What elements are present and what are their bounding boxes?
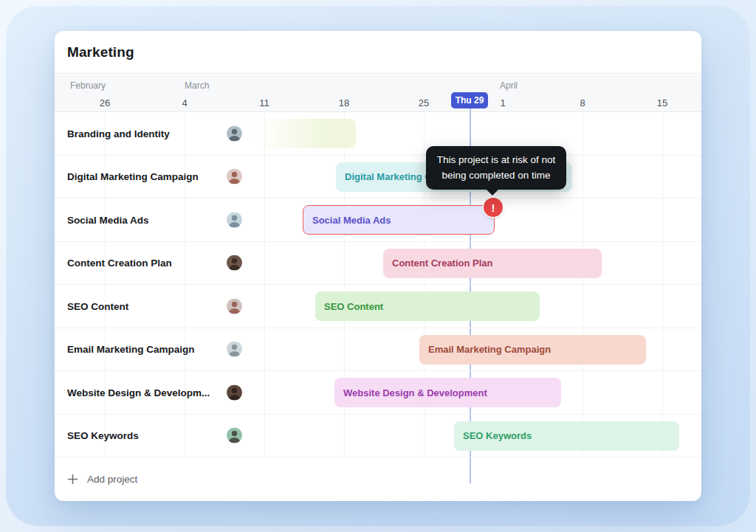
title-bar: Marketing [55,31,701,74]
month-label-march: March [185,80,209,91]
table-row[interactable]: Content Creation Plan Content Creation P… [55,242,701,286]
date-tick: 25 [419,97,429,108]
month-label-april: April [500,80,518,91]
add-project-label: Add project [87,474,137,485]
avatar [227,212,242,227]
table-row[interactable]: Social Media Ads Social Media Ads [55,198,701,242]
project-name[interactable]: SEO Content [67,300,128,311]
plus-icon [67,474,78,485]
add-project-button[interactable]: Add project [67,474,137,485]
table-row[interactable]: SEO Content SEO Content [55,285,701,328]
gantt-bar[interactable]: Email Marketing Campaign [419,335,646,365]
gantt-bar[interactable] [255,119,356,148]
project-board-window: Marketing February March April 26 4 11 1… [55,31,701,501]
gantt-bar[interactable]: Website Design & Development [334,378,561,407]
project-name[interactable]: Branding and Identity [67,128,170,139]
date-tick: 15 [657,97,667,108]
risk-tooltip: This project is at risk of not being com… [426,146,566,190]
project-name[interactable]: Content Creation Plan [67,258,172,269]
table-row[interactable]: Email Marketing Campaign Email Marketing… [55,328,701,372]
date-tick: 8 [580,97,585,108]
date-tick: 11 [259,97,269,108]
avatar [227,255,242,271]
table-row[interactable]: Branding and Identity [55,112,701,156]
risk-alert-icon[interactable]: ! [484,198,503,217]
project-name[interactable]: SEO Keywords [67,430,139,441]
page-title: Marketing [67,44,134,61]
avatar [227,384,242,400]
tooltip-line: being completed on time [435,168,557,184]
table-row[interactable]: Website Design & Developm... Website Des… [55,371,701,415]
project-name[interactable]: Social Media Ads [67,214,149,225]
month-label-february: February [70,80,106,91]
gantt-bar[interactable]: SEO Content [315,291,540,321]
gantt-bar[interactable]: Content Creation Plan [383,249,602,278]
date-tick: 26 [100,97,110,108]
table-row[interactable]: SEO Keywords SEO Keywords [55,415,701,458]
gantt-bar-at-risk[interactable]: Social Media Ads [303,205,495,235]
date-tick: 4 [182,97,187,108]
project-name[interactable]: Digital Marketing Campaign [67,171,199,182]
project-name[interactable]: Email Marketing Campaign [67,344,195,355]
avatar [227,428,242,443]
avatar [227,169,242,184]
today-date-pill: Thu 29 [451,92,488,108]
avatar [227,298,242,314]
board-footer: Add project [55,457,701,501]
table-row[interactable]: Digital Marketing Campaign Digital Marke… [55,156,701,199]
tooltip-line: This project is at risk of not [435,153,557,168]
gantt-bar[interactable]: SEO Keywords [454,421,679,451]
avatar [227,342,242,357]
timeline-header: February March April 26 4 11 18 25 1 8 1… [55,75,701,112]
project-name[interactable]: Website Design & Developm... [67,387,210,398]
project-rows: Branding and Identity Digital Marketing … [55,112,701,457]
avatar [227,125,242,141]
date-tick: 1 [500,97,505,108]
date-tick: 18 [339,97,349,108]
